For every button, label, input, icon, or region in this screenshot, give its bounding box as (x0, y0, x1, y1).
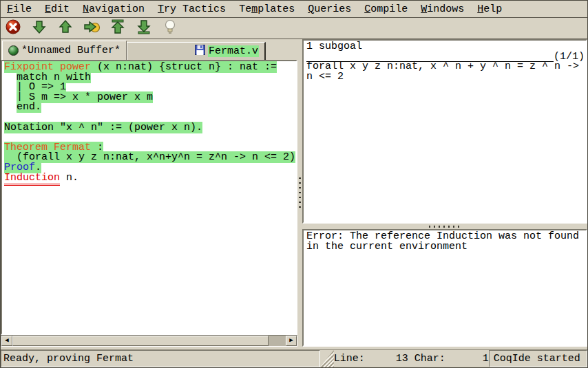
goal-view[interactable]: 1 subgoal (1/1) forall x y z n:nat, x ^ … (302, 39, 587, 224)
goto-cursor-button[interactable] (83, 19, 101, 37)
menu-navigation[interactable]: Navigation (83, 3, 145, 15)
splitter-grip-icon (299, 177, 301, 209)
horizontal-splitter[interactable] (302, 224, 587, 229)
step-forward-button[interactable] (30, 19, 48, 37)
line-label: Line: (334, 353, 365, 365)
menu-compile[interactable]: Compile (364, 3, 408, 15)
splitter-grip-icon (429, 226, 461, 228)
stop-icon (5, 19, 21, 39)
up-arrow-icon (57, 19, 74, 39)
char-label: Char: (414, 353, 445, 365)
toolbar (1, 18, 587, 39)
tab-fermat-v[interactable]: Fermat.v (127, 42, 266, 60)
goto-start-button[interactable] (109, 19, 127, 37)
step-backward-button[interactable] (56, 19, 74, 37)
down-arrow-icon (31, 19, 48, 39)
menu-windows[interactable]: Windows (421, 3, 464, 15)
goal-text-line: n <= 2 (306, 72, 585, 83)
code-line: end. (4, 102, 296, 113)
menu-bar: File Edit Navigation Try Tactics Templat… (1, 1, 587, 18)
line-value: 13 (365, 353, 408, 365)
right-arrow-ball-icon (83, 19, 101, 39)
subgoal-count: 1 subgoal (306, 42, 585, 52)
cursor-position: Line:13 Char:1 (334, 350, 489, 367)
code-line: Induction n. (4, 173, 296, 184)
char-value: 1 (445, 353, 489, 365)
vertical-splitter[interactable] (297, 39, 302, 347)
horizontal-scrollbar[interactable]: ◀ ▶ (1, 335, 297, 347)
menu-templates[interactable]: Templates (239, 3, 295, 15)
goal-text-line: forall x y z n:nat, x ^ n + y ^ n = z ^ … (306, 62, 585, 72)
code-line: (forall x y z n:nat, x^n+y^n = z^n -> n … (4, 153, 296, 163)
tab-unnamed-buffer[interactable]: *Unnamed Buffer* (2, 41, 127, 60)
menu-try-tactics[interactable]: Try Tactics (158, 3, 226, 15)
scrollbar-thumb[interactable] (12, 336, 269, 346)
menu-help[interactable]: Help (477, 3, 502, 15)
up-arrow-bar-icon (109, 19, 126, 39)
proof-column: 1 subgoal (1/1) forall x y z n:nat, x ^ … (302, 39, 587, 347)
resize-grip[interactable] (320, 350, 334, 367)
status-info: CoqIde started (489, 350, 587, 367)
code-line: | S m => x * power x m (4, 93, 296, 103)
buffer-status-led-icon (8, 45, 19, 56)
tab-label: *Unnamed Buffer* (21, 45, 120, 56)
status-bar: Ready, proving Fermat Line:13 Char:1 Coq… (1, 349, 587, 367)
scrollbar-track[interactable] (269, 336, 286, 346)
buffer-tab-bar: *Unnamed Buffer* Fermat.v (1, 39, 297, 60)
scroll-left-button[interactable]: ◀ (1, 336, 12, 346)
message-view[interactable]: Error: The reference Induction was not f… (302, 229, 587, 347)
scroll-right-button[interactable]: ▶ (286, 336, 297, 346)
tab-label: Fermat.v (208, 45, 259, 57)
menu-file[interactable]: File (7, 3, 32, 15)
menu-edit[interactable]: Edit (45, 3, 70, 15)
status-message: Ready, proving Fermat (1, 350, 320, 367)
main-area: *Unnamed Buffer* Fermat.v Fixpoint power… (1, 39, 587, 349)
script-column: *Unnamed Buffer* Fermat.v Fixpoint power… (1, 39, 297, 347)
menu-queries[interactable]: Queries (308, 3, 351, 15)
interrupt-button[interactable] (4, 19, 22, 37)
code-line: Notation "x ^ n" := (power x n). (4, 123, 296, 133)
error-message-line: in the current environment (306, 242, 585, 252)
script-editor[interactable]: Fixpoint power (x n:nat) {struct n} : na… (1, 60, 297, 335)
